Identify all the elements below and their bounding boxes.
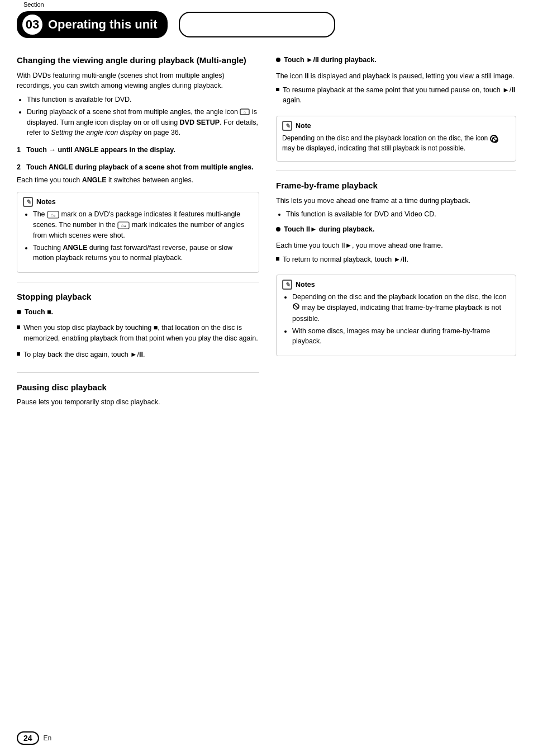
note-item1: The ⌂₄ mark on a DVD's package indicates… (33, 209, 253, 240)
note-pencil-icon2: ✎ (282, 121, 292, 131)
pausing-section: Pausing disc playback Pause lets you tem… (17, 382, 259, 408)
footer: 24 En (17, 731, 51, 745)
notes-list: The ⌂₄ mark on a DVD's package indicates… (33, 209, 253, 263)
frame-text1: Each time you touch II►, you move ahead … (276, 240, 516, 251)
frame-note-item2: With some discs, images may be unclear d… (292, 326, 510, 347)
sq-bullet-icon2 (17, 352, 20, 356)
stop-bullet-content: Touch ■. (25, 307, 53, 321)
stopping-playback-heading: Stopping playback (17, 291, 259, 303)
sq-bullet-icon (17, 325, 20, 329)
frame-note-item1: Depending on the disc and the playback l… (292, 292, 510, 324)
stop-note2-text: To play back the disc again, touch ►/II. (23, 349, 145, 360)
pause-note-text: To resume playback at the same point tha… (283, 85, 516, 106)
sq-bullet-r1 (276, 88, 279, 91)
header-outline (179, 12, 335, 37)
pause-touch-label: Touch ►/II during playback. (284, 55, 377, 65)
step2-text: Each time you touch ANGLE it switches be… (17, 175, 259, 186)
pause-note-content: Depending on the disc and the playback l… (282, 133, 510, 153)
step2-heading: 2 Touch ANGLE during playback of a scene… (17, 162, 259, 173)
frame-heading: Frame-by-frame playback (276, 180, 516, 191)
pause-note-box: ✎ Note Depending on the disc and the pla… (276, 116, 516, 162)
pause-bullet: Touch ►/II during playback. (276, 55, 516, 69)
viewing-angle-item1: This function is available for DVD. (27, 94, 259, 105)
divider-r1 (276, 171, 516, 171)
header: Section 03 Operating this unit (17, 11, 516, 38)
bullet-circle-icon-r (276, 58, 280, 62)
svg-text:⌂₄: ⌂₄ (121, 223, 126, 228)
viewing-angle-list: This function is available for DVD. Duri… (27, 94, 259, 138)
pause-note: To resume playback at the same point tha… (276, 85, 516, 110)
pause-note-title: ✎ Note (282, 121, 510, 131)
svg-text:⌂₄: ⌂₄ (51, 212, 55, 218)
frame-bullet: Touch II► during playback. (276, 224, 516, 238)
section-number: 03 (22, 15, 42, 35)
pause-touch-section: Touch ►/II during playback. The icon II … (276, 55, 516, 162)
pause-text1: The icon II is displayed and playback is… (276, 71, 516, 82)
frame-intro: This lets you move ahead one frame at a … (276, 196, 516, 206)
viewing-angle-section: Changing the viewing angle during playba… (17, 55, 259, 273)
stop-note1-text: When you stop disc playback by touching … (23, 323, 259, 344)
page: Section 03 Operating this unit Changing … (0, 0, 533, 756)
section-title: Operating this unit (48, 17, 158, 32)
stop-note2: To play back the disc again, touch ►/II. (17, 349, 259, 363)
stop-bullet: Touch ■. (17, 307, 259, 321)
stop-note1: When you stop disc playback by touching … (17, 323, 259, 347)
frame-item1: This function is available for DVD and V… (286, 209, 516, 220)
svg-text:⌂: ⌂ (244, 110, 246, 114)
step1-heading: 1 Touch → until ANGLE appears in the dis… (17, 145, 259, 155)
viewing-angle-item2: During playback of a scene shot from mul… (27, 107, 259, 138)
divider1 (17, 282, 259, 282)
bullet-circle-icon (17, 310, 21, 314)
page-number: 24 (17, 731, 39, 745)
frame-touch-label: Touch II► during playback. (284, 224, 374, 235)
stop-touch-label: Touch ■. (25, 307, 53, 318)
notes-title: ✎ Notes (23, 197, 253, 207)
note-item2: Touching ANGLE during fast forward/fast … (33, 243, 253, 264)
section-badge: 03 Operating this unit (17, 11, 168, 38)
note-pencil-icon3: ✎ (282, 280, 292, 290)
frame-notes-title: ✎ Notes (282, 280, 510, 290)
frame-section: Frame-by-frame playback This lets you mo… (276, 180, 516, 356)
section-label: Section (23, 1, 44, 8)
content: Changing the viewing angle during playba… (17, 55, 516, 411)
svg-line-9 (294, 304, 298, 309)
language-label: En (44, 734, 52, 742)
sq-bullet-f1 (276, 257, 279, 261)
frame-notes-list: Depending on the disc and the playback l… (292, 292, 510, 347)
viewing-angle-intro: With DVDs featuring multi-angle (scenes … (17, 70, 259, 92)
pausing-heading: Pausing disc playback (17, 382, 259, 393)
left-column: Changing the viewing angle during playba… (17, 55, 259, 411)
note-pencil-icon: ✎ (23, 197, 33, 207)
pausing-text: Pause lets you temporarily stop disc pla… (17, 397, 259, 408)
svg-line-7 (493, 138, 497, 142)
bullet-circle-icon-f (276, 227, 280, 231)
frame-notes-box: ✎ Notes Depending on the disc and the pl… (276, 275, 516, 356)
frame-list: This function is available for DVD and V… (286, 209, 516, 220)
divider2 (17, 372, 259, 373)
right-column: Touch ►/II during playback. The icon II … (276, 55, 516, 411)
frame-note1-text: To return to normal playback, touch ►/II… (283, 254, 408, 265)
stopping-playback-section: Stopping playback Touch ■. When you stop… (17, 291, 259, 363)
viewing-angle-notes-box: ✎ Notes The ⌂₄ mark on a DVD's package i… (17, 192, 259, 273)
frame-note1: To return to normal playback, touch ►/II… (276, 254, 516, 268)
viewing-angle-heading: Changing the viewing angle during playba… (17, 55, 259, 66)
